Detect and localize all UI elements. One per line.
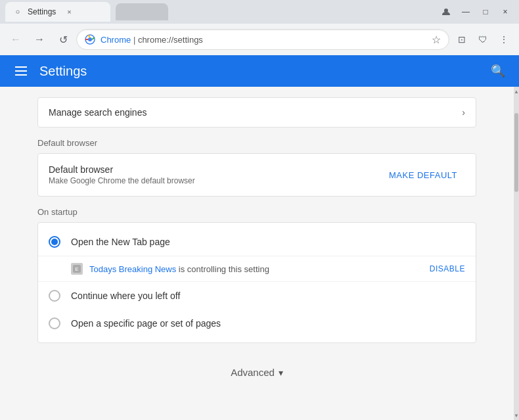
address-url: Chrome | chrome://settings <box>101 35 426 45</box>
scrollbar-up-arrow[interactable]: ▲ <box>514 87 519 96</box>
extension-name-link[interactable]: Todays Breaking News <box>89 264 176 274</box>
hamburger-line-3 <box>15 74 27 76</box>
advanced-arrow-icon: ▾ <box>279 367 283 378</box>
address-bar: ← → ↺ Chrome | chrome://settings ☆ ⊡ 🛡 ⋮ <box>0 24 519 55</box>
startup-option-specific-pages-label: Open a specific page or set of pages <box>71 318 221 329</box>
startup-option-continue[interactable]: Continue where you left off <box>38 282 476 310</box>
scrollbar-down-arrow[interactable]: ▼ <box>514 411 519 420</box>
startup-option-new-tab[interactable]: Open the New Tab page <box>38 228 476 256</box>
title-bar: Settings × — □ × <box>0 0 519 24</box>
extension-notice-text: Todays Breaking News is controlling this… <box>89 264 423 274</box>
hamburger-line-2 <box>15 70 27 72</box>
shield-icon[interactable]: 🛡 <box>473 30 493 49</box>
scrollbar-thumb[interactable] <box>514 113 518 192</box>
hamburger-menu[interactable] <box>11 60 32 82</box>
maximize-button[interactable]: □ <box>477 5 494 18</box>
startup-options: Open the New Tab page E Todays Breaking … <box>38 223 476 342</box>
chrome-label: Chrome <box>101 35 131 45</box>
chrome-icon <box>85 34 95 45</box>
download-icon[interactable]: ⊡ <box>452 30 472 49</box>
tab-title: Settings <box>28 7 56 16</box>
radio-new-tab[interactable] <box>49 236 60 248</box>
more-menu-button[interactable]: ⋮ <box>494 30 514 49</box>
default-browser-description: Make Google Chrome the default browser <box>49 176 381 185</box>
star-icon[interactable]: ☆ <box>432 34 441 46</box>
settings-search-icon[interactable]: 🔍 <box>487 60 508 82</box>
content-area: Manage search engines › Default browser … <box>0 87 514 420</box>
manage-search-engines-label: Manage search engines <box>49 107 462 118</box>
active-tab[interactable]: Settings × <box>5 2 110 22</box>
on-startup-card: Open the New Tab page E Todays Breaking … <box>37 222 476 343</box>
scrollbar[interactable]: ▲ ▼ <box>514 87 519 420</box>
radio-specific-pages[interactable] <box>49 317 60 329</box>
settings-tab-icon <box>13 7 22 16</box>
default-browser-name: Default browser <box>49 164 381 175</box>
close-button[interactable]: × <box>497 5 514 18</box>
main-content: Manage search engines › Default browser … <box>0 87 519 420</box>
hamburger-line-1 <box>15 66 27 68</box>
tab-close-btn[interactable]: × <box>64 7 74 17</box>
on-startup-section-title: On startup <box>37 207 476 217</box>
window-controls: — □ × <box>438 5 514 18</box>
forward-button[interactable]: → <box>29 29 50 50</box>
default-browser-info: Default browser Make Google Chrome the d… <box>49 164 381 185</box>
url-text: chrome://settings <box>138 35 203 45</box>
advanced-section[interactable]: Advanced ▾ <box>37 354 476 391</box>
startup-option-new-tab-label: Open the New Tab page <box>71 237 170 247</box>
svg-point-2 <box>88 37 92 41</box>
back-button[interactable]: ← <box>5 29 26 50</box>
profile-button[interactable] <box>438 5 455 18</box>
disable-extension-button[interactable]: DISABLE <box>430 264 465 273</box>
inactive-tab[interactable] <box>116 3 168 20</box>
default-browser-row: Default browser Make Google Chrome the d… <box>38 154 476 196</box>
extension-notice-suffix: is controlling this setting <box>176 264 269 274</box>
extension-icon: E <box>71 263 83 275</box>
startup-option-specific-pages[interactable]: Open a specific page or set of pages <box>38 310 476 337</box>
minimize-button[interactable]: — <box>457 5 474 18</box>
radio-new-tab-inner <box>51 239 58 245</box>
extension-notice-row: E Todays Breaking News is controlling th… <box>38 256 476 282</box>
settings-page-title: Settings <box>39 64 487 79</box>
radio-continue[interactable] <box>49 290 60 302</box>
section-container: Manage search engines › Default browser … <box>27 97 487 391</box>
advanced-label: Advanced <box>231 367 275 378</box>
manage-search-engines-arrow: › <box>462 107 465 118</box>
default-browser-card: Default browser Make Google Chrome the d… <box>37 153 476 197</box>
svg-text:E: E <box>75 266 78 272</box>
omnibox[interactable]: Chrome | chrome://settings ☆ <box>76 29 449 50</box>
settings-header: Settings 🔍 <box>0 55 519 87</box>
address-bar-actions: ⊡ 🛡 ⋮ <box>452 30 514 49</box>
startup-option-continue-label: Continue where you left off <box>71 291 180 301</box>
refresh-button[interactable]: ↺ <box>53 29 74 50</box>
default-browser-section-title: Default browser <box>37 138 476 148</box>
manage-search-engines-row[interactable]: Manage search engines › <box>37 97 476 128</box>
make-default-button[interactable]: MAKE DEFAULT <box>381 165 465 185</box>
